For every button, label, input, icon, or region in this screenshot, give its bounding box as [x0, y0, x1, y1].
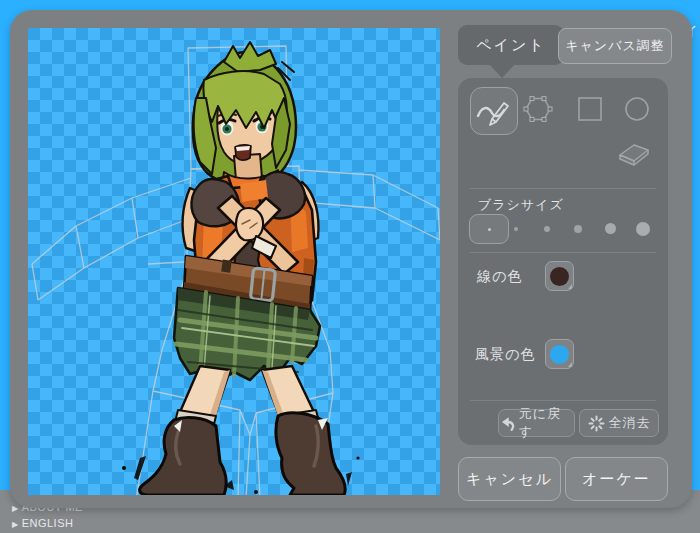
background-color-swatch[interactable] [545, 339, 574, 369]
brush-size-selected[interactable] [469, 214, 509, 244]
divider [470, 400, 656, 401]
background-color-label: 風景の色 [475, 346, 535, 364]
english-link[interactable]: ▶ENGLISH [12, 517, 73, 529]
swatch-expand-arrow-icon [568, 362, 572, 367]
brush-size-dot[interactable] [605, 223, 616, 234]
background-color-circle [550, 345, 569, 364]
swatch-expand-arrow-icon [568, 284, 572, 289]
line-color-label: 線の色 [477, 268, 522, 286]
page: { "dialog": { "tabs": { "paint": "ペイント",… [0, 0, 700, 533]
tab-paint[interactable]: ペイント [458, 25, 564, 65]
ok-button[interactable]: オーケー [565, 457, 668, 501]
brush-size-dot[interactable] [544, 226, 550, 232]
tab-canvas-adjust[interactable]: キャンバス調整 [558, 28, 672, 64]
brush-size-dot-smallest [488, 228, 491, 231]
divider [470, 252, 656, 253]
pen-squiggle-icon [471, 88, 516, 133]
brush-size-dot[interactable] [636, 222, 650, 236]
triangle-bullet-icon: ▶ [12, 520, 19, 529]
tab-paint-label: ペイント [476, 36, 545, 55]
brush-size-dot[interactable] [574, 225, 582, 233]
triangle-bullet-icon: ▶ [12, 504, 19, 513]
english-label: ENGLISH [22, 517, 74, 529]
brush-size-label: ブラシサイズ [478, 196, 564, 214]
clear-all-label: 全消去 [609, 414, 651, 432]
drawing-canvas[interactable] [28, 28, 440, 495]
undo-button[interactable]: 元に戻す [498, 409, 575, 437]
clear-all-button[interactable]: 全消去 [579, 409, 659, 437]
paint-dialog: ペイント キャンバス調整 [10, 10, 692, 508]
paint-tool-panel: ブラシサイズ 線の色 風景の色 元に戻す [458, 78, 668, 445]
tab-canvas-adjust-label: キャンバス調整 [565, 37, 665, 55]
ok-label: オーケー [582, 470, 651, 489]
character-illustration [28, 28, 440, 495]
brush-size-dot[interactable] [514, 227, 518, 231]
ellipse-icon [624, 96, 650, 122]
undo-arrow-icon [499, 415, 515, 432]
polygon-icon [520, 91, 556, 127]
character-painting [122, 42, 360, 495]
cancel-button[interactable]: キャンセル [458, 457, 561, 501]
freehand-tool-button[interactable] [470, 87, 518, 135]
line-color-swatch[interactable] [545, 261, 574, 291]
undo-label: 元に戻す [519, 405, 574, 441]
line-color-circle [550, 267, 569, 286]
tab-pointer [489, 64, 515, 78]
divider [470, 188, 656, 189]
eraser-tool-button[interactable] [616, 140, 652, 168]
cancel-label: キャンセル [466, 470, 553, 489]
ellipse-tool-button[interactable] [624, 96, 650, 122]
polygon-tool-button[interactable] [520, 91, 556, 127]
rectangle-tool-button[interactable] [577, 96, 603, 122]
rectangle-icon [577, 96, 603, 122]
burst-icon [588, 415, 605, 432]
eraser-icon [616, 140, 652, 168]
